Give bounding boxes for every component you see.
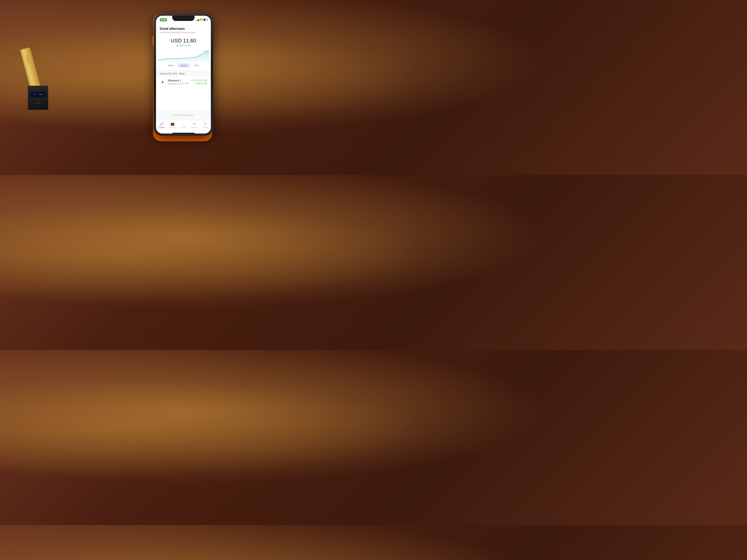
period-selector: Week Month Year bbox=[156, 62, 211, 70]
greeting-subtitle: Here's the summary of your account bbox=[160, 31, 207, 34]
signal-bar-1 bbox=[197, 20, 197, 21]
ledger-nav-buttons: ‹ › bbox=[31, 99, 45, 101]
ledger-body: 👤 + ⚙ 🔒 ‹ › Ethereum bbox=[28, 86, 48, 110]
portfolio-label: Portfolio bbox=[158, 127, 164, 128]
operations-list: Ethereum 1 Received at 4:01 PM + ETH 0.0… bbox=[156, 77, 211, 110]
date-range: January 09, 2019 - Today bbox=[156, 70, 211, 77]
nav-item-portfolio[interactable]: 📈 Portfolio bbox=[157, 122, 166, 128]
ledger-right-btn[interactable]: › bbox=[45, 99, 45, 101]
status-bar: 4:02 📶 bbox=[156, 16, 211, 24]
op-fiat-amount: + USD 11.60 bbox=[191, 82, 207, 85]
balance-amount: USD 11.60 bbox=[160, 38, 207, 44]
ledger-plus-icon: + bbox=[36, 94, 37, 95]
period-week-btn[interactable]: Week bbox=[164, 63, 177, 68]
battery-fill bbox=[204, 19, 205, 20]
ethereum-logo bbox=[161, 80, 164, 84]
op-details: Ethereum 1 Received at 4:01 PM bbox=[168, 79, 188, 85]
manager-label: Manager bbox=[191, 127, 198, 128]
wifi-icon: 📶 bbox=[200, 18, 203, 21]
bottom-nav: 📈 Portfolio 💼 Accounts ↕ Transfer ⚙ bbox=[156, 120, 211, 132]
ledger-device: Ledger 👤 + ⚙ 🔒 ‹ › Ethereum bbox=[24, 47, 54, 110]
period-year-btn[interactable]: Year bbox=[191, 63, 202, 68]
settings-label: Settings bbox=[202, 127, 208, 128]
op-name: Ethereum 1 bbox=[168, 79, 188, 82]
eth-icon bbox=[160, 79, 165, 85]
phone-container: 4:02 📶 bbox=[154, 14, 213, 136]
balance-change: USD 11.60 bbox=[160, 44, 207, 47]
transfer-icon: ↕ bbox=[182, 122, 184, 126]
notch-camera bbox=[187, 18, 188, 19]
op-time: Received at 4:01 PM bbox=[168, 82, 188, 85]
phone-screen: 4:02 📶 bbox=[156, 16, 211, 134]
accounts-icon: 💼 bbox=[171, 122, 175, 126]
ledger-eth-label: Ethereum bbox=[35, 103, 41, 104]
transfer-label: Transfer bbox=[180, 126, 186, 128]
battery-icon bbox=[203, 19, 207, 21]
status-icons: 📶 bbox=[197, 18, 207, 21]
signal-bar-4 bbox=[199, 19, 199, 21]
app-content: Good afternoon Here's the summary of you… bbox=[156, 24, 211, 134]
chart-container bbox=[156, 47, 211, 62]
ledger-screen-icons: 👤 + ⚙ 🔒 bbox=[34, 94, 42, 95]
notch-speaker bbox=[178, 18, 186, 19]
app-header: Good afternoon Here's the summary of you… bbox=[156, 24, 211, 36]
operation-item[interactable]: Ethereum 1 Received at 4:01 PM + ETH 0.0… bbox=[156, 77, 211, 88]
ledger-center-btn[interactable] bbox=[37, 99, 39, 101]
nav-item-manager[interactable]: ⚙ Manager bbox=[190, 122, 199, 128]
signal-bars bbox=[197, 19, 199, 21]
nav-item-transfer[interactable]: ↕ Transfer bbox=[179, 122, 188, 128]
nav-item-settings[interactable]: ⚙ Settings bbox=[201, 122, 210, 128]
ledger-gear-icon: ⚙ bbox=[38, 94, 40, 95]
ledger-screen: 👤 + ⚙ 🔒 bbox=[30, 91, 46, 97]
manager-icon: ⚙ bbox=[193, 122, 196, 126]
svg-marker-3 bbox=[161, 81, 163, 83]
portfolio-chart bbox=[158, 49, 209, 62]
ledger-lock-icon: 🔒 bbox=[41, 94, 42, 95]
status-time: 4:02 bbox=[160, 18, 167, 22]
period-month-btn[interactable]: Month bbox=[177, 63, 191, 68]
settings-icon: ⚙ bbox=[204, 122, 207, 126]
signal-bar-3 bbox=[198, 20, 199, 21]
op-amounts: + ETH 0.07725 + USD 11.60 bbox=[191, 79, 207, 85]
signal-bar-2 bbox=[197, 20, 198, 21]
scene: Ledger 👤 + ⚙ 🔒 ‹ › Ethereum bbox=[5, 6, 228, 169]
nav-item-accounts[interactable]: 💼 Accounts bbox=[168, 122, 177, 128]
no-more-operations: No More Operations bbox=[156, 110, 211, 120]
notch bbox=[172, 16, 195, 21]
greeting-text: Good afternoon bbox=[160, 27, 207, 31]
phone-outer: 4:02 📶 bbox=[154, 14, 213, 136]
balance-change-value: USD 11.60 bbox=[179, 44, 191, 47]
ledger-account-icon: 👤 bbox=[34, 94, 35, 95]
op-crypto-amount: + ETH 0.07725 bbox=[191, 79, 207, 82]
portfolio-icon: 📈 bbox=[159, 122, 163, 126]
accounts-label: Accounts bbox=[169, 127, 176, 128]
ledger-brand-logo: Ledger bbox=[26, 55, 30, 64]
balance-section: USD 11.60 USD 11.60 bbox=[156, 36, 211, 47]
trend-up-icon bbox=[176, 45, 178, 46]
home-indicator bbox=[172, 133, 195, 134]
ledger-left-btn[interactable]: ‹ bbox=[31, 99, 31, 101]
